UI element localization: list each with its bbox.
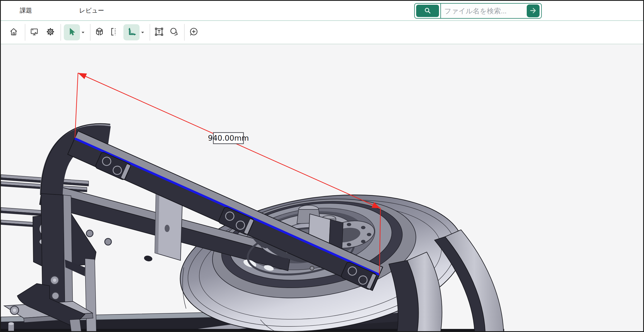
toolbar-separator — [25, 24, 25, 41]
lasso-select-tool[interactable] — [168, 24, 180, 40]
zoom-add-tool[interactable] — [187, 24, 200, 40]
text-box-icon — [154, 27, 164, 38]
search-button[interactable] — [416, 5, 439, 17]
section-view-tool[interactable] — [108, 24, 121, 40]
toolbar — [1, 21, 643, 44]
search-input[interactable] — [441, 4, 527, 17]
home-tool[interactable] — [8, 24, 20, 40]
select-cursor-tool[interactable] — [64, 24, 80, 40]
header: 課題 レビュー — [1, 1, 643, 21]
measure-axis-tool[interactable] — [123, 24, 140, 40]
search-submit-button[interactable] — [527, 4, 540, 17]
toolbar-separator — [150, 24, 150, 41]
arrow-right-icon — [529, 6, 537, 16]
tab-review[interactable]: レビュー — [79, 1, 104, 20]
settings-tool[interactable] — [44, 24, 57, 40]
isometric-view-tool[interactable] — [93, 24, 106, 40]
toolbar-separator — [60, 24, 61, 41]
display-icon — [30, 27, 39, 38]
select-dropdown[interactable] — [80, 31, 86, 34]
measure-dropdown[interactable] — [140, 31, 146, 34]
gear-icon — [46, 27, 55, 38]
measurement-label[interactable]: 940.00mm — [208, 133, 249, 144]
cursor-icon — [67, 27, 77, 38]
axis-measure-icon — [126, 27, 136, 38]
toolbar-separator — [90, 24, 91, 41]
viewport-3d[interactable]: 940.00mm — [1, 44, 643, 331]
tab-kadai[interactable]: 課題 — [20, 1, 32, 20]
cube-icon — [94, 27, 104, 38]
home-icon — [9, 27, 18, 38]
measurement-value: 940.00mm — [208, 134, 249, 142]
app-window: 課題 レビュー — [0, 0, 644, 332]
toolbar-separator — [184, 24, 185, 41]
display-tool[interactable] — [28, 24, 40, 40]
cad-scene: 940.00mm — [1, 44, 643, 331]
lasso-icon — [169, 27, 179, 38]
zoom-add-icon — [189, 27, 199, 38]
magnifier-icon — [423, 6, 432, 16]
dimension-arrowhead — [78, 73, 87, 79]
search-box — [414, 3, 542, 19]
text-annotation-tool[interactable] — [153, 24, 165, 40]
section-view-icon — [109, 27, 119, 38]
